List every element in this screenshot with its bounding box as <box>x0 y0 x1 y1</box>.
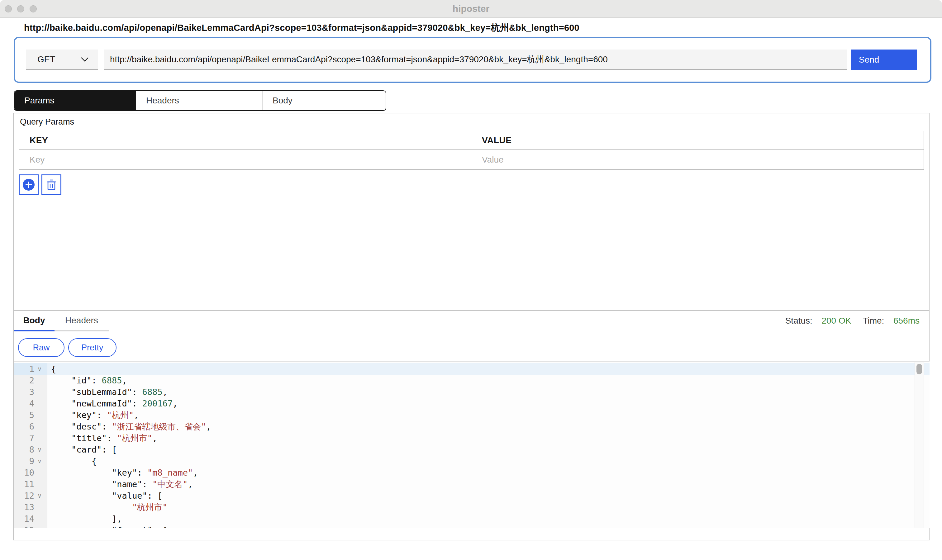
line-gutter: 14 <box>14 513 47 525</box>
code-line: 7 "title": "杭州市", <box>14 432 930 444</box>
method-select-value: GET <box>37 54 55 65</box>
line-gutter: 5 <box>14 409 47 421</box>
code-content: "key": "m8_name", <box>47 468 198 477</box>
line-gutter: 15 <box>14 525 47 528</box>
line-number: 12 <box>14 491 34 500</box>
query-params-title: Query Params <box>20 117 74 127</box>
tab-params[interactable]: Params <box>14 91 136 110</box>
line-gutter: 8∨ <box>14 444 47 455</box>
window-titlebar: hiposter <box>0 0 942 18</box>
line-number: 15 <box>14 525 34 528</box>
window-title: hiposter <box>453 3 489 14</box>
code-line: 10 "key": "m8_name", <box>14 467 930 478</box>
response-tab-headers[interactable]: Headers <box>54 311 109 331</box>
column-header-key: KEY <box>19 131 471 150</box>
line-number: 8 <box>14 445 34 454</box>
app-window: hiposter http://baike.baidu.com/api/open… <box>0 0 942 560</box>
code-line: 2 "id": 6885, <box>14 375 930 386</box>
line-gutter: 7 <box>14 432 47 444</box>
line-number: 9 <box>14 456 34 466</box>
chevron-down-icon <box>81 57 89 62</box>
code-line: 13 "杭州市" <box>14 502 930 513</box>
code-line: 3 "subLemmaId": 6885, <box>14 386 930 398</box>
pretty-button[interactable]: Pretty <box>68 338 117 357</box>
delete-param-button[interactable] <box>42 174 62 195</box>
param-value-input[interactable] <box>471 150 924 169</box>
response-view-buttons: Raw Pretty <box>18 338 117 357</box>
add-param-button[interactable] <box>19 174 38 195</box>
code-line: 6 "desc": "浙江省辖地级市、省会", <box>14 421 930 432</box>
minimize-window-icon[interactable] <box>17 5 24 12</box>
line-number: 14 <box>14 514 34 523</box>
collapse-chevron-icon[interactable]: ∨ <box>34 365 45 372</box>
time-label: Time: <box>863 316 884 326</box>
close-window-icon[interactable] <box>5 5 12 12</box>
code-content: "desc": "浙江省辖地级市、省会", <box>47 421 211 432</box>
response-divider <box>14 310 929 311</box>
time-value: 656ms <box>893 316 920 326</box>
code-content: "key": "杭州", <box>47 409 139 421</box>
code-content: "杭州市" <box>47 502 168 513</box>
column-header-value: VALUE <box>471 131 924 150</box>
code-line: 1∨{ <box>14 363 930 375</box>
line-gutter: 3 <box>14 386 47 398</box>
code-line: 9∨ { <box>14 455 930 467</box>
query-params-table: KEY VALUE <box>19 131 924 170</box>
collapse-chevron-icon[interactable]: ∨ <box>34 457 45 465</box>
code-line: 4 "newLemmaId": 200167, <box>14 398 930 409</box>
line-number: 3 <box>14 387 34 397</box>
response-body-editor: 1∨{2 "id": 6885,3 "subLemmaId": 6885,4 "… <box>14 361 930 528</box>
table-header-row: KEY VALUE <box>19 131 924 150</box>
scrollbar-track[interactable] <box>914 362 924 528</box>
code-line: 12∨ "value": [ <box>14 490 930 502</box>
table-row <box>19 150 924 170</box>
method-select[interactable]: GET <box>26 49 98 70</box>
line-gutter: 2 <box>14 375 47 386</box>
url-input[interactable] <box>104 49 847 70</box>
code-content: "title": "杭州市", <box>47 432 157 444</box>
code-content: "newLemmaId": 200167, <box>47 398 177 408</box>
line-gutter: 11 <box>14 478 47 490</box>
code-line: 8∨ "card": [ <box>14 444 930 455</box>
plus-circle-icon <box>22 178 35 191</box>
tab-body[interactable]: Body <box>262 91 386 110</box>
code-line: 15 "format": [ <box>14 525 930 528</box>
line-gutter: 6 <box>14 421 47 432</box>
code-content: { <box>47 456 97 466</box>
collapse-chevron-icon[interactable]: ∨ <box>34 492 45 499</box>
send-button[interactable]: Send <box>851 49 917 70</box>
main-panel: Query Params KEY VALUE <box>13 113 930 540</box>
code-content: "id": 6885, <box>47 375 127 385</box>
code-line: 14 ], <box>14 513 930 525</box>
response-tabs: Body Headers <box>14 311 109 331</box>
code-line: 11 "name": "中文名", <box>14 478 930 490</box>
line-gutter: 10 <box>14 467 47 478</box>
maximize-window-icon[interactable] <box>29 5 37 12</box>
param-row-actions <box>19 174 62 195</box>
code-content: "subLemmaId": 6885, <box>47 387 168 397</box>
line-gutter: 13 <box>14 502 47 513</box>
scrollbar-thumb[interactable] <box>916 364 922 374</box>
param-key-input[interactable] <box>19 150 471 169</box>
window-controls <box>5 5 37 12</box>
code-content: { <box>47 364 56 374</box>
line-number: 2 <box>14 375 34 385</box>
line-number: 1 <box>14 364 34 374</box>
request-bar: GET Send <box>14 37 931 83</box>
line-gutter: 4 <box>14 398 47 409</box>
line-number: 4 <box>14 398 34 408</box>
tab-headers[interactable]: Headers <box>136 91 262 110</box>
raw-button[interactable]: Raw <box>18 338 65 357</box>
request-url-heading: http://baike.baidu.com/api/openapi/Baike… <box>24 22 579 34</box>
collapse-chevron-icon[interactable]: ∨ <box>34 446 45 453</box>
line-number: 10 <box>14 468 34 477</box>
response-tab-body[interactable]: Body <box>14 311 54 331</box>
line-number: 6 <box>14 422 34 431</box>
status-label: Status: <box>785 316 813 326</box>
line-gutter: 1∨ <box>14 363 47 375</box>
line-number: 5 <box>14 410 34 420</box>
code-line: 5 "key": "杭州", <box>14 409 930 421</box>
code-content: "value": [ <box>47 491 163 500</box>
response-status-line: Status: 200 OK Time: 656ms <box>785 316 920 326</box>
code-content: "card": [ <box>47 445 117 454</box>
